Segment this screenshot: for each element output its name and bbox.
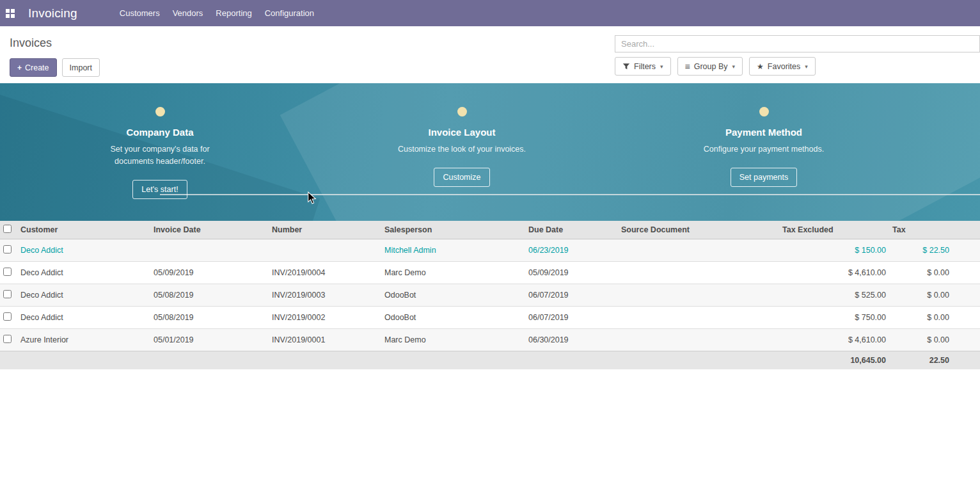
favorites-button[interactable]: ★ Favorites ▾ — [749, 57, 816, 76]
nav-item-reporting[interactable]: Reporting — [209, 0, 258, 26]
cell-salesperson[interactable]: Marc Demo — [381, 262, 525, 284]
column-header-salesperson[interactable]: Salesperson — [381, 221, 525, 239]
cell-tax-excluded[interactable]: $ 4,610.00 — [779, 262, 889, 284]
group-by-button[interactable]: ≡ Group By ▾ — [677, 57, 743, 76]
row-checkbox[interactable] — [3, 312, 12, 321]
step-dot — [759, 107, 769, 116]
total-tax: 22.50 — [889, 351, 980, 370]
filters-button-label: Filters — [634, 62, 656, 71]
cell-source-document[interactable] — [618, 329, 779, 351]
step-description: Set your company's data for documents he… — [91, 143, 229, 168]
import-button[interactable]: Import — [62, 58, 100, 77]
column-header-invoice-date[interactable]: Invoice Date — [150, 221, 269, 239]
step-description: Customize the look of your invoices. — [398, 143, 526, 156]
cell-invoice-date[interactable]: 05/01/2019 — [150, 329, 269, 351]
cell-number[interactable]: INV/2019/0002 — [269, 307, 381, 329]
cell-number[interactable] — [269, 239, 381, 262]
create-button[interactable]: + Create — [10, 58, 57, 77]
column-header-tax-excluded[interactable]: Tax Excluded — [779, 221, 889, 239]
top-navbar: Invoicing Customers Vendors Reporting Co… — [0, 0, 980, 26]
onboarding-step-invoice-layout: Invoice Layout Customize the look of you… — [311, 83, 613, 199]
cell-invoice-date[interactable]: 05/08/2019 — [150, 284, 269, 307]
chevron-down-icon: ▾ — [660, 63, 663, 70]
step-dot — [457, 107, 467, 116]
set-payments-button[interactable]: Set payments — [731, 168, 797, 187]
cell-customer[interactable]: Deco Addict — [17, 239, 150, 262]
invoice-list: Customer Invoice Date Number Salesperson… — [0, 221, 980, 369]
table-row[interactable]: Deco Addict 05/08/2019 INV/2019/0002 Odo… — [0, 307, 980, 329]
cell-customer[interactable]: Deco Addict — [17, 284, 150, 307]
table-row[interactable]: Azure Interior 05/01/2019 INV/2019/0001 … — [0, 329, 980, 351]
cell-number[interactable]: INV/2019/0004 — [269, 262, 381, 284]
table-row[interactable]: Deco Addict Mitchell Admin 06/23/2019 $ … — [0, 239, 980, 262]
step-title: Invoice Layout — [428, 127, 495, 138]
column-header-source-document[interactable]: Source Document — [618, 221, 779, 239]
cell-source-document[interactable] — [618, 284, 779, 307]
cell-due-date[interactable]: 06/30/2019 — [525, 329, 618, 351]
cell-tax[interactable]: $ 22.50 — [889, 239, 980, 262]
table-row[interactable]: Deco Addict 05/09/2019 INV/2019/0004 Mar… — [0, 262, 980, 284]
filters-button[interactable]: Filters ▾ — [615, 57, 671, 76]
cell-customer[interactable]: Deco Addict — [17, 262, 150, 284]
column-header-due-date[interactable]: Due Date — [525, 221, 618, 239]
cell-due-date[interactable]: 06/07/2019 — [525, 307, 618, 329]
column-header-customer[interactable]: Customer — [17, 221, 150, 239]
control-panel: Invoices + Create Import Filters ▾ ≡ Gro… — [0, 26, 980, 83]
cell-number[interactable]: INV/2019/0003 — [269, 284, 381, 307]
onboarding-banner: Company Data Set your company's data for… — [0, 83, 980, 221]
cell-salesperson[interactable]: Marc Demo — [381, 329, 525, 351]
cell-tax[interactable]: $ 0.00 — [889, 329, 980, 351]
cell-invoice-date[interactable]: 05/09/2019 — [150, 262, 269, 284]
select-all-checkbox[interactable] — [3, 225, 12, 233]
cell-tax-excluded[interactable]: $ 150.00 — [779, 239, 889, 262]
nav-item-configuration[interactable]: Configuration — [258, 0, 320, 26]
lets-start-button[interactable]: Let's start! — [132, 180, 187, 199]
cell-due-date[interactable]: 05/09/2019 — [525, 262, 618, 284]
table-row[interactable]: Deco Addict 05/08/2019 INV/2019/0003 Odo… — [0, 284, 980, 307]
cell-customer[interactable]: Deco Addict — [17, 307, 150, 329]
onboarding-step-payment-method: Payment Method Configure your payment me… — [613, 83, 915, 199]
cell-salesperson[interactable]: Mitchell Admin — [381, 239, 525, 262]
row-checkbox[interactable] — [3, 268, 12, 276]
cell-tax[interactable]: $ 0.00 — [889, 262, 980, 284]
cell-source-document[interactable] — [618, 239, 779, 262]
customize-button[interactable]: Customize — [434, 168, 489, 187]
create-button-label: Create — [25, 63, 49, 72]
cell-tax[interactable]: $ 0.00 — [889, 307, 980, 329]
nav-item-customers[interactable]: Customers — [113, 0, 166, 26]
step-description: Configure your payment methods. — [704, 143, 824, 156]
nav-menu: Customers Vendors Reporting Configuratio… — [113, 0, 320, 26]
cell-customer[interactable]: Azure Interior — [17, 329, 150, 351]
group-by-button-label: Group By — [694, 62, 728, 71]
row-checkbox[interactable] — [3, 245, 12, 253]
cell-tax-excluded[interactable]: $ 750.00 — [779, 307, 889, 329]
step-title: Payment Method — [725, 127, 802, 138]
step-title: Company Data — [126, 127, 193, 138]
plus-icon: + — [17, 63, 22, 72]
search-input[interactable] — [615, 36, 979, 52]
cell-salesperson[interactable]: OdooBot — [381, 284, 525, 307]
cell-invoice-date[interactable]: 05/08/2019 — [150, 307, 269, 329]
table-footer-row: 10,645.00 22.50 — [0, 351, 980, 370]
cell-source-document[interactable] — [618, 307, 779, 329]
cell-due-date[interactable]: 06/23/2019 — [525, 239, 618, 262]
cell-tax-excluded[interactable]: $ 525.00 — [779, 284, 889, 307]
row-checkbox[interactable] — [3, 335, 12, 343]
nav-item-vendors[interactable]: Vendors — [166, 0, 210, 26]
cell-tax[interactable]: $ 0.00 — [889, 284, 980, 307]
import-button-label: Import — [70, 63, 92, 72]
cell-invoice-date[interactable] — [150, 239, 269, 262]
favorites-button-label: Favorites — [768, 62, 800, 71]
step-dot — [155, 107, 165, 116]
column-header-tax[interactable]: Tax — [889, 221, 980, 239]
onboarding-step-company-data: Company Data Set your company's data for… — [9, 83, 311, 199]
apps-menu-icon[interactable] — [6, 9, 15, 18]
column-header-number[interactable]: Number — [269, 221, 381, 239]
row-checkbox[interactable] — [3, 290, 12, 298]
cell-number[interactable]: INV/2019/0001 — [269, 329, 381, 351]
cell-salesperson[interactable]: OdooBot — [381, 307, 525, 329]
app-title[interactable]: Invoicing — [28, 6, 77, 20]
cell-tax-excluded[interactable]: $ 4,610.00 — [779, 329, 889, 351]
cell-source-document[interactable] — [618, 262, 779, 284]
cell-due-date[interactable]: 06/07/2019 — [525, 284, 618, 307]
